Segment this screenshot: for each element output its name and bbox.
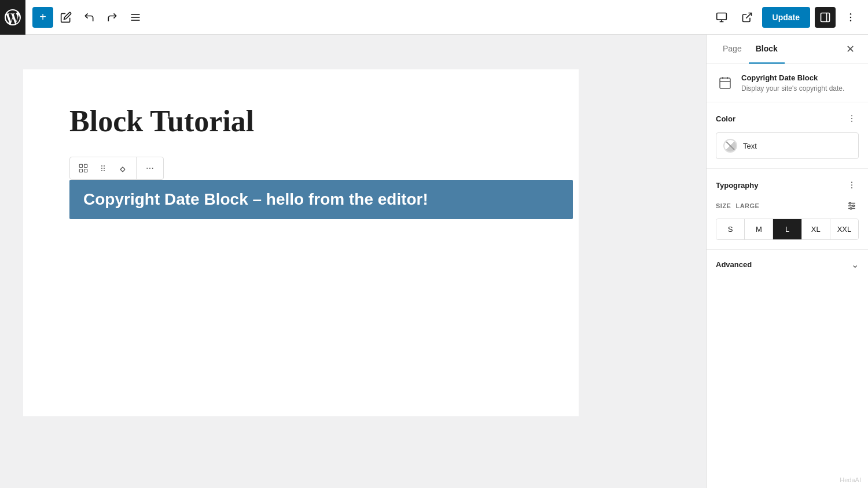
advanced-title: Advanced (716, 260, 752, 269)
redo-button[interactable] (102, 7, 123, 28)
color-more-button[interactable] (845, 112, 859, 125)
pencil-icon (60, 12, 72, 23)
color-section-title: Color (716, 114, 735, 123)
svg-point-21 (104, 170, 105, 171)
size-value: LARGE (735, 202, 759, 209)
size-btn-m[interactable]: M (745, 219, 773, 239)
svg-point-17 (101, 168, 102, 169)
svg-rect-13 (79, 169, 82, 172)
typography-title: Typography (716, 181, 758, 190)
text-color-label: Text (743, 142, 757, 150)
svg-point-24 (152, 168, 153, 169)
typography-section: Typography SIZE LARGE (707, 169, 868, 250)
block-name: Copyright Date Block (741, 73, 844, 82)
top-toolbar: + (0, 0, 868, 35)
svg-rect-25 (720, 78, 730, 88)
wordpress-icon (5, 9, 21, 25)
main-area: Block Tutorial (0, 35, 868, 488)
svg-point-40 (853, 205, 855, 207)
up-down-icon (118, 164, 127, 173)
page-title: Block Tutorial (69, 104, 532, 138)
svg-point-41 (850, 208, 852, 209)
svg-point-23 (149, 168, 150, 169)
size-btn-l[interactable]: L (773, 219, 801, 239)
color-section: Color Text (707, 102, 868, 169)
watermark: HedaAI (840, 476, 861, 483)
svg-point-35 (851, 187, 852, 188)
size-btn-xl[interactable]: XL (802, 219, 830, 239)
tab-block[interactable]: Block (749, 35, 785, 64)
vertical-ellipsis-icon (847, 114, 856, 123)
edit-mode-button[interactable] (56, 7, 76, 28)
desktop-icon (716, 12, 727, 23)
svg-point-39 (849, 202, 851, 204)
text-color-option[interactable]: Text (716, 132, 859, 159)
list-view-icon (130, 12, 141, 23)
size-row: SIZE LARGE (716, 199, 859, 213)
size-buttons: SMLXLXXL (716, 219, 859, 240)
svg-point-22 (146, 168, 148, 169)
svg-point-19 (104, 165, 105, 167)
block-toolbar (69, 157, 164, 180)
sliders-icon (847, 201, 857, 211)
block-options-group (137, 157, 163, 179)
sidebar: Page Block ✕ Copyright Date Block Displa… (706, 35, 868, 488)
document-overview-button[interactable] (125, 7, 146, 28)
redo-icon (106, 12, 118, 23)
block-info-text: Copyright Date Block Display your site's… (741, 73, 844, 93)
svg-point-11 (850, 20, 852, 21)
svg-point-16 (101, 165, 102, 167)
wp-logo (0, 0, 25, 35)
sidebar-toggle-button[interactable] (815, 7, 836, 28)
block-type-group (70, 157, 137, 179)
svg-rect-15 (84, 169, 87, 172)
add-block-button[interactable]: + (32, 7, 53, 28)
svg-rect-12 (79, 164, 82, 167)
block-icon (78, 163, 89, 173)
block-type-button[interactable] (75, 160, 92, 177)
svg-point-29 (851, 115, 852, 116)
typography-section-header: Typography (716, 178, 859, 192)
svg-point-31 (851, 121, 852, 122)
drag-handle-button[interactable] (94, 160, 112, 177)
svg-rect-14 (84, 164, 87, 167)
editor-area: Block Tutorial (0, 35, 706, 488)
size-label: SIZE (716, 202, 731, 209)
sidebar-tabs: Page Block ✕ (707, 35, 868, 64)
svg-rect-3 (716, 13, 726, 20)
external-link-icon (741, 12, 753, 23)
block-description: Display your site's copyright date. (741, 84, 844, 93)
undo-button[interactable] (79, 7, 100, 28)
svg-point-30 (851, 118, 852, 119)
block-options-button[interactable] (141, 160, 159, 177)
svg-line-6 (746, 13, 751, 18)
tab-page[interactable]: Page (716, 35, 749, 64)
sidebar-toggle-icon (819, 12, 831, 23)
drag-icon (98, 164, 108, 173)
chevron-down-icon: ⌄ (851, 259, 859, 270)
svg-point-18 (101, 170, 102, 171)
more-options-button[interactable] (840, 7, 861, 28)
size-btn-xxl[interactable]: XXL (830, 219, 858, 239)
horizontal-dots-icon (145, 164, 155, 173)
calendar-icon (718, 76, 732, 90)
vertical-dots-icon (845, 12, 856, 23)
typography-more-button[interactable] (845, 178, 859, 192)
close-sidebar-button[interactable]: ✕ (841, 40, 859, 58)
view-post-button[interactable] (737, 7, 757, 28)
block-content[interactable]: Copyright Date Block – hello from the ed… (69, 180, 573, 219)
preview-desktop-button[interactable] (711, 7, 732, 28)
svg-point-33 (851, 182, 852, 183)
svg-point-9 (850, 13, 852, 14)
update-button[interactable]: Update (762, 7, 810, 28)
toolbar-right: Update (711, 7, 861, 28)
block-type-icon (716, 73, 734, 92)
svg-point-10 (850, 16, 852, 18)
size-slider-button[interactable] (845, 199, 859, 213)
typography-ellipsis-icon (847, 180, 856, 190)
advanced-section[interactable]: Advanced ⌄ (707, 250, 868, 279)
size-btn-s[interactable]: S (716, 219, 745, 239)
editor-content: Block Tutorial (23, 69, 579, 416)
svg-rect-7 (821, 13, 830, 21)
move-block-button[interactable] (114, 160, 131, 177)
